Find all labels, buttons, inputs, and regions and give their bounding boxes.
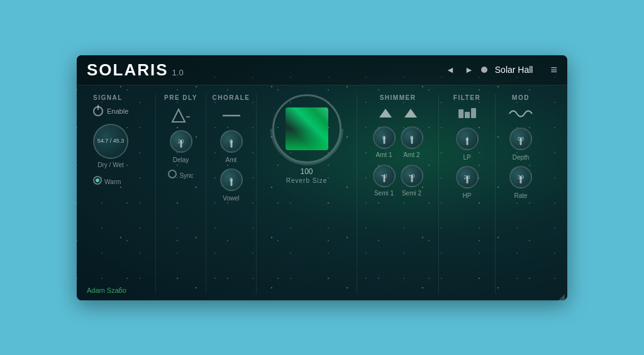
warm-radio[interactable]: [93, 176, 102, 185]
depth-label: Depth: [513, 154, 530, 161]
mod-wave-icon: [508, 106, 533, 121]
power-icon[interactable]: [93, 106, 103, 116]
amt2-group: 0 Amt 2: [401, 126, 423, 158]
shimmer-amt2-label: Amt 2: [403, 151, 419, 158]
chorale-amt-label: Amt: [226, 156, 237, 163]
reverb-value: 100: [300, 167, 313, 176]
sync-row: Sync: [168, 170, 193, 179]
signal-label: SIGNAL: [93, 94, 123, 101]
delay-knob[interactable]: 20: [170, 130, 192, 153]
shimmer-up1-button[interactable]: [375, 106, 396, 120]
vowel-label: Vowel: [223, 195, 240, 202]
author-text: Adam Szabo: [87, 287, 126, 294]
reverb-knob-container: 100 Reverb Size: [269, 94, 344, 184]
shimmer-semi1-label: Semi 1: [374, 190, 394, 197]
shimmer-semi2-knob[interactable]: +0: [401, 165, 423, 187]
shimmer-amt2-knob[interactable]: 0: [401, 126, 423, 149]
plugin-container: SOLARIS 1.0 ◄ ► Solar Hall ≡ SIGNAL Enab…: [77, 55, 567, 300]
depth-knob-group: 03 Depth: [509, 128, 532, 161]
preset-name: Solar Hall: [495, 65, 533, 75]
dry-wet-container: 54.7 / 45.3 Dry / Wet: [93, 124, 128, 168]
hp-value: 28: [464, 174, 470, 180]
chorale-amt-knob[interactable]: 0: [220, 130, 243, 153]
chorale-amt-value: 0: [230, 138, 233, 145]
lp-value: 4: [465, 136, 469, 142]
enable-label: Enable: [107, 107, 128, 115]
resize-handle[interactable]: [558, 292, 565, 298]
shimmer-semi1-value: +0: [380, 173, 387, 179]
rate-label: Rate: [514, 192, 527, 199]
semi2-group: +0 Semi 2: [401, 165, 423, 197]
filter-eq-icon: [456, 106, 479, 121]
sync-radio[interactable]: [168, 170, 177, 178]
warm-row: Warm: [93, 176, 121, 185]
logo-name: SOLARIS: [87, 60, 169, 80]
hp-knob[interactable]: 28: [456, 166, 479, 188]
signal-section: SIGNAL Enable 54.7 / 45.3 Dry / Wet Warm: [87, 94, 156, 294]
reverb-label: Reverb Size: [286, 177, 327, 184]
depth-value: 03: [518, 136, 524, 142]
svg-marker-8: [558, 294, 565, 300]
shimmer-label: SHIMMER: [380, 94, 416, 101]
hp-label: HP: [463, 192, 472, 199]
delay-value: 20: [177, 138, 184, 145]
delay-knob-group: 20 Delay: [170, 130, 192, 163]
shimmer-semi2-label: Semi 2: [402, 190, 421, 197]
shimmer-amt1-knob[interactable]: 0: [373, 126, 396, 149]
amt1-group: 0 Amt 1: [373, 126, 396, 158]
dry-wet-label: Dry / Wet: [97, 161, 123, 168]
svg-rect-7: [471, 108, 476, 118]
lp-knob-group: 4 LP: [456, 128, 479, 161]
reverb-section: 100 Reverb Size: [257, 94, 357, 294]
filter-section: FILTER 4 LP 28 HP: [439, 94, 496, 294]
warm-label: Warm: [104, 178, 121, 185]
shimmer-semi1-knob[interactable]: +0: [373, 165, 396, 187]
svg-marker-3: [379, 109, 392, 117]
chorale-section: CHORALE 0 Amt 0 Vowel: [206, 94, 257, 294]
semi1-group: +0 Semi 1: [373, 165, 396, 197]
reverb-display: [286, 107, 328, 150]
top-bar: SOLARIS 1.0 ◄ ► Solar Hall ≡: [77, 55, 567, 85]
vowel-knob[interactable]: 0: [220, 168, 243, 191]
mod-section: MOD 03 Depth 39 Rate: [496, 94, 546, 294]
shimmer-buttons: [375, 106, 421, 120]
depth-knob[interactable]: 03: [509, 128, 532, 150]
amt-knob-group: 0 Amt: [220, 130, 243, 163]
reverb-size-knob[interactable]: [272, 94, 341, 163]
next-preset-button[interactable]: ►: [462, 63, 476, 76]
main-content: SIGNAL Enable 54.7 / 45.3 Dry / Wet Warm…: [77, 85, 567, 300]
vowel-value: 0: [230, 177, 233, 183]
logo: SOLARIS 1.0: [87, 60, 184, 80]
lp-knob[interactable]: 4: [456, 128, 479, 150]
dry-wet-value: 54.7 / 45.3: [97, 138, 125, 145]
rate-knob-group: 39 Rate: [509, 166, 532, 199]
shimmer-amt1-value: 0: [382, 134, 386, 141]
pre-dly-section: PRE DLY 20 Delay Sync: [156, 94, 206, 294]
shimmer-amt1-label: Amt 1: [375, 151, 392, 158]
shimmer-up2-button[interactable]: [401, 106, 421, 120]
delay-label: Delay: [173, 156, 189, 163]
rate-value: 39: [518, 174, 524, 180]
shimmer-semi2-value: +0: [408, 173, 414, 179]
enable-row: Enable: [93, 106, 128, 116]
shimmer-section: SHIMMER 0 Amt 1 0: [357, 94, 439, 294]
hp-knob-group: 28 HP: [456, 166, 479, 199]
svg-marker-0: [172, 109, 185, 122]
reverb-glow: [286, 129, 328, 150]
logo-version: 1.0: [172, 68, 184, 77]
dry-wet-knob[interactable]: 54.7 / 45.3: [93, 124, 128, 159]
menu-button[interactable]: ≡: [550, 63, 557, 77]
shimmer-amt2-value: 0: [410, 134, 413, 141]
svg-rect-6: [465, 112, 470, 118]
pre-dly-label: PRE DLY: [164, 94, 197, 101]
vowel-knob-group: 0 Vowel: [220, 168, 243, 202]
prev-preset-button[interactable]: ◄: [443, 63, 457, 76]
filter-label: FILTER: [453, 94, 480, 101]
pre-dly-wave-icon: [169, 106, 194, 125]
mod-label: MOD: [512, 94, 530, 101]
preset-area: ◄ ► Solar Hall ≡: [443, 63, 557, 77]
chorale-label: CHORALE: [213, 94, 250, 101]
svg-rect-5: [458, 109, 464, 118]
preset-dot: [481, 67, 487, 73]
rate-knob[interactable]: 39: [509, 166, 532, 188]
